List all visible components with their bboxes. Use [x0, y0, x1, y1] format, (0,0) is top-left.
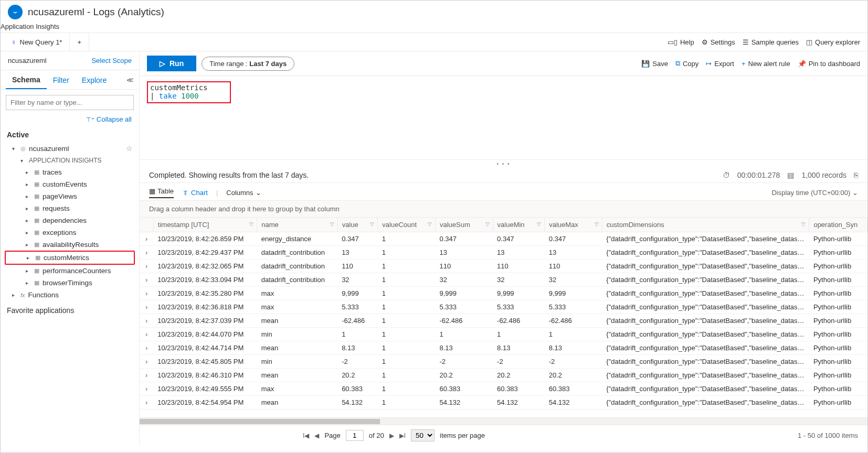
display-time-picker[interactable]: Display time (UTC+00:00) ⌄ — [771, 189, 858, 197]
new-tab-button[interactable]: + — [70, 33, 89, 51]
explore-tab[interactable]: Explore — [76, 71, 113, 89]
new-alert-button[interactable]: +New alert rule — [742, 59, 790, 68]
expand-row-icon[interactable]: › — [140, 300, 153, 314]
table-icon: ▦ — [149, 187, 155, 195]
table-icon: ▦ — [34, 169, 39, 176]
last-page-button[interactable]: ▶I — [399, 432, 406, 439]
tree-item-performanceCounters[interactable]: ▸▦performanceCounters — [5, 265, 135, 277]
query-tab-label: New Query 1* — [20, 38, 62, 46]
expand-row-icon[interactable]: › — [140, 328, 153, 341]
col-name[interactable]: name▽ — [257, 218, 337, 232]
table-row[interactable]: ›10/23/2019, 8:42:33.094 PMdatadrift_con… — [140, 273, 867, 287]
copy-button[interactable]: ⧉Copy — [675, 59, 698, 68]
table-row[interactable]: ›10/23/2019, 8:42:36.818 PMmax5.33315.33… — [140, 300, 867, 314]
col-valuemax[interactable]: valueMax▽ — [545, 218, 602, 232]
fx-icon: fx — [20, 292, 25, 298]
target-icon: ◎ — [20, 145, 26, 152]
tree-item-availabilityResults[interactable]: ▸▦availabilityResults — [5, 239, 135, 251]
splitter-handle[interactable]: • • • — [140, 160, 867, 168]
col-timestamp[interactable]: timestamp [UTC]▽ — [153, 218, 257, 232]
save-button[interactable]: 💾Save — [641, 59, 668, 68]
table-row[interactable]: ›10/23/2019, 8:42:49.555 PMmax60.383160.… — [140, 382, 867, 396]
expand-row-icon[interactable]: › — [140, 314, 153, 328]
tree-functions[interactable]: ▸fxFunctions — [5, 289, 135, 301]
col-valuecount[interactable]: valueCount▽ — [378, 218, 436, 232]
gear-icon: ⚙ — [702, 38, 708, 46]
col-valuesum[interactable]: valueSum▽ — [435, 218, 493, 232]
schema-tab[interactable]: Schema — [6, 70, 47, 89]
active-section-label: Active — [1, 127, 139, 142]
tree-group[interactable]: ▾APPLICATION INSIGHTS — [5, 155, 135, 166]
table-row[interactable]: ›10/23/2019, 8:42:35.280 PMmax9,99919,99… — [140, 287, 867, 300]
filter-tab[interactable]: Filter — [47, 71, 76, 89]
tree-item-browserTimings[interactable]: ▸▦browserTimings — [5, 277, 135, 289]
run-button[interactable]: ▷Run — [147, 56, 196, 71]
expand-row-icon[interactable]: › — [140, 287, 153, 300]
time-range-picker[interactable]: Time range : Last 7 days — [202, 57, 294, 71]
expand-row-icon[interactable]: › — [140, 260, 153, 273]
export-icon: ↦ — [706, 60, 712, 68]
collapse-sidebar-icon[interactable]: ≪ — [126, 76, 134, 84]
expand-row-icon[interactable]: › — [140, 232, 153, 246]
query-editor[interactable]: customMetrics | take 1000 — [140, 76, 867, 160]
tree-item-exceptions[interactable]: ▸▦exceptions — [5, 226, 135, 239]
table-row[interactable]: ›10/23/2019, 8:42:32.065 PMdatadrift_con… — [140, 260, 867, 273]
prev-page-button[interactable]: ◀ — [314, 432, 319, 439]
first-page-button[interactable]: I◀ — [303, 432, 309, 439]
expand-row-icon[interactable]: › — [140, 355, 153, 369]
table-row[interactable]: ›10/23/2019, 8:42:26.859 PMenergy_distan… — [140, 232, 867, 246]
copy-results-icon[interactable]: ⎘ — [854, 171, 858, 179]
table-icon: ▦ — [34, 217, 39, 224]
results-status: Completed. Showing results from the last… — [149, 171, 309, 179]
chart-view-tab[interactable]: ⫪Chart — [182, 189, 208, 197]
tree-root[interactable]: ▾◎ncusazureml☆ — [5, 142, 135, 155]
expand-row-icon[interactable]: › — [140, 246, 153, 260]
table-row[interactable]: ›10/23/2019, 8:42:54.954 PMmean54.132154… — [140, 396, 867, 409]
page-number-input[interactable] — [346, 430, 364, 441]
table-view-tab[interactable]: ▦Table — [149, 187, 174, 198]
horizontal-scrollbar[interactable] — [140, 417, 867, 425]
stopwatch-icon: ⏱ — [723, 171, 730, 179]
table-row[interactable]: ›10/23/2019, 8:42:44.070 PMmin11111{"dat… — [140, 328, 867, 341]
tree-item-traces[interactable]: ▸▦traces — [5, 166, 135, 178]
help-button[interactable]: ▭▯Help — [668, 38, 694, 46]
expand-row-icon[interactable]: › — [140, 396, 153, 409]
table-row[interactable]: ›10/23/2019, 8:42:37.039 PMmean-62.4861-… — [140, 314, 867, 328]
col-valuemin[interactable]: valueMin▽ — [493, 218, 545, 232]
favorite-star-icon[interactable]: ☆ — [126, 144, 133, 153]
pin-button[interactable]: 📌Pin to dashboard — [798, 59, 860, 68]
next-page-button[interactable]: ▶ — [389, 432, 394, 439]
columns-picker[interactable]: Columns ⌄ — [226, 189, 261, 197]
pin-icon: 📌 — [798, 60, 806, 68]
table-row[interactable]: ›10/23/2019, 8:42:45.805 PMmin-21-2-2-2{… — [140, 355, 867, 369]
schema-search-input[interactable] — [6, 95, 134, 110]
table-row[interactable]: ›10/23/2019, 8:42:46.310 PMmean20.2120.2… — [140, 369, 867, 382]
col-operation[interactable]: operation_Syn — [809, 218, 867, 232]
export-button[interactable]: ↦Export — [706, 59, 734, 68]
table-icon: ▦ — [35, 254, 40, 261]
tree-item-pageViews[interactable]: ▸▦pageViews — [5, 190, 135, 202]
settings-button[interactable]: ⚙Settings — [702, 38, 735, 46]
table-row[interactable]: ›10/23/2019, 8:42:44.714 PMmean8.1318.13… — [140, 341, 867, 355]
expand-row-icon[interactable]: › — [140, 369, 153, 382]
col-value[interactable]: value▽ — [337, 218, 378, 232]
page-title: ncusazureml - Logs (Analytics) — [28, 6, 164, 18]
tree-item-customEvents[interactable]: ▸▦customEvents — [5, 178, 135, 190]
tree-item-requests[interactable]: ▸▦requests — [5, 202, 135, 214]
select-scope-link[interactable]: Select Scope — [91, 57, 132, 64]
table-row[interactable]: ›10/23/2019, 8:42:29.437 PMdatadrift_con… — [140, 246, 867, 260]
page-size-select[interactable]: 50 — [411, 429, 435, 441]
expand-row-icon[interactable]: › — [140, 341, 153, 355]
expand-row-icon[interactable]: › — [140, 382, 153, 396]
tree-item-customMetrics[interactable]: ▸▦customMetrics — [5, 251, 135, 265]
table-icon: ▦ — [34, 267, 39, 274]
expand-row-icon[interactable]: › — [140, 273, 153, 287]
sample-queries-button[interactable]: ☰Sample queries — [743, 38, 799, 46]
col-customdimensions[interactable]: customDimensions▽ — [602, 218, 809, 232]
group-by-drop-zone[interactable]: Drag a column header and drop it here to… — [140, 201, 867, 218]
query-tab[interactable]: ♀ New Query 1* — [4, 33, 70, 51]
filter-icon[interactable]: ▽ — [249, 221, 253, 227]
query-explorer-button[interactable]: ◫Query explorer — [806, 38, 860, 46]
tree-item-dependencies[interactable]: ▸▦dependencies — [5, 214, 135, 226]
collapse-all-link[interactable]: ⊤⁼ Collapse all — [1, 115, 139, 127]
